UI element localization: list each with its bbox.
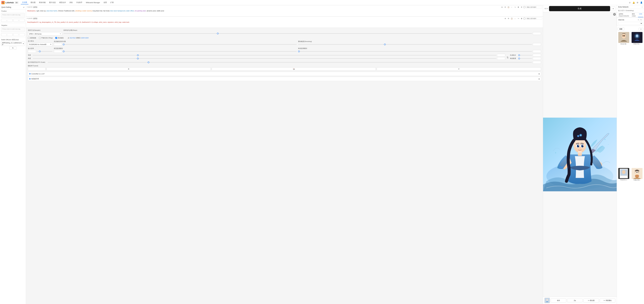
cfg-input[interactable]: 7 <box>533 61 541 64</box>
positive-tool-5[interactable]: ↪ <box>514 6 516 9</box>
negative-tag-btn-1[interactable]: ↓ <box>1 33 13 36</box>
template-clear-btn[interactable]: ✕ <box>638 19 639 21</box>
extra-sub-ckpt[interactable]: 模型(ckpt) <box>631 13 638 17</box>
positive-tool-6[interactable]: 🗑 <box>517 6 520 9</box>
height-slider[interactable] <box>33 58 496 59</box>
denoising-slider[interactable] <box>298 44 532 45</box>
tiling-input[interactable] <box>39 37 41 39</box>
negative-tool-3[interactable]: 📋 <box>510 17 513 20</box>
resize-h-slider[interactable] <box>298 51 532 52</box>
hires-checkbox[interactable]: 高清修复 <box>55 37 64 39</box>
denoising-input[interactable]: 0.37 <box>533 43 541 46</box>
interrupt-btn[interactable]: ✕ <box>611 7 615 11</box>
dynamic-prompt-header[interactable]: 动态提示词 ◀ <box>28 77 541 81</box>
user-icon[interactable]: 👤 <box>640 1 643 4</box>
positive-checkbox[interactable] <box>524 6 525 8</box>
wifi-icon[interactable]: ⊙ <box>628 1 631 4</box>
nav-item-tushengtu[interactable]: 图生图 <box>29 1 37 4</box>
template-dropdown[interactable] <box>618 22 642 25</box>
extra-refresh-button[interactable]: 刷新 <box>618 28 624 31</box>
lora-item-midjourney[interactable]: midjourney-... <box>631 32 643 167</box>
nav-item-czhan[interactable]: C站助手 <box>75 1 84 4</box>
positive-tag-btn-1[interactable]: ↓ <box>1 19 13 22</box>
negative-tool-1[interactable]: ⊕ <box>504 17 506 20</box>
controlnet-header[interactable]: ControlNet v1.1.227 ◀ <box>28 72 541 76</box>
face-restore-input[interactable] <box>28 37 30 39</box>
seed-more-btn[interactable]: ▼ <box>377 67 541 71</box>
height-input[interactable]: 512 <box>497 57 505 60</box>
hires-steps-input[interactable]: 0 <box>54 43 62 46</box>
face-restore-checkbox[interactable]: 面部修复 <box>28 37 36 39</box>
batch-count-slider[interactable] <box>518 55 532 56</box>
seed-random-btn[interactable]: 🎲 <box>212 67 376 71</box>
hires-input[interactable] <box>55 37 57 39</box>
positive-tag-input[interactable]: Press enter to add new tag <box>1 13 25 18</box>
positive-tool-3[interactable]: 📋 <box>507 6 510 9</box>
negative-checkbox[interactable] <box>524 18 525 20</box>
negative-tool-4[interactable]: ↕ <box>514 17 516 20</box>
scale-input[interactable]: 2 <box>28 50 36 53</box>
hires-steps-slider[interactable] <box>63 44 297 45</box>
cfg-slider[interactable] <box>48 62 532 63</box>
swap-dimensions-icon[interactable]: ⇅ <box>506 56 508 60</box>
positive-tool-7[interactable]: ⚙ <box>520 6 523 9</box>
nav-item-moxinghebing[interactable]: 模型合并 <box>58 1 67 4</box>
image-thumbnail[interactable] <box>544 298 550 303</box>
positive-prompt-text[interactable]: Masterpiece, 1girl, close up, wear blue … <box>26 9 543 17</box>
bell-icon[interactable]: 🔔 <box>632 1 635 4</box>
lora-item-polaroid[interactable]: Polaroid Lo... <box>618 168 630 303</box>
extra-tab-embedding[interactable]: 嵌入式(T.I. Embedding) <box>617 9 635 12</box>
nav-item-wenshengtu[interactable]: 文生图 <box>21 1 28 4</box>
negative-tag-input[interactable]: Press enter to add new tag <box>1 27 25 32</box>
negative-tool-6[interactable]: 🗑 <box>520 17 523 20</box>
negative-keyword-input[interactable] <box>526 17 542 20</box>
lora-item-filmgirl[interactable]: FilmGirl 胶... <box>618 32 630 167</box>
resize-w-input[interactable]: 0 <box>54 50 62 53</box>
batch-count-input[interactable]: 1 <box>533 54 541 57</box>
negative-tool-5[interactable]: ↪ <box>517 17 520 20</box>
steps-input[interactable]: 50 <box>533 32 541 35</box>
steps-slider[interactable] <box>64 33 532 34</box>
seed-recycle-btn[interactable]: ♻ <box>46 67 211 71</box>
generate-button[interactable]: 生成 <box>549 6 610 11</box>
positive-tool-2[interactable]: ⚙ <box>504 6 506 9</box>
upscale-select[interactable]: R-ESRGAN 4x+ Anime6B ▾ <box>28 43 52 46</box>
sampler-select[interactable]: DPM++ 2M Karras ▾ <box>28 32 62 36</box>
to-img2img-button[interactable]: >> 图生图 <box>584 298 599 302</box>
extra-sub-hypernetwork[interactable]: 超网络(Hypernetwork) <box>618 13 631 17</box>
seed-input[interactable]: 0 <box>28 67 46 71</box>
template-refresh-btn[interactable]: ↻ <box>640 18 642 21</box>
extra-sub-lora[interactable]: Lora <box>638 13 643 17</box>
extra-copy-btn[interactable]: □ <box>639 28 643 31</box>
model-select-dropdown[interactable]: AWPainting_v1.1.safetensors [e ▾ <box>1 41 25 46</box>
resize-w-slider[interactable] <box>63 51 297 52</box>
lora-item-cartoon[interactable]: 卡通证件照... <box>631 168 643 303</box>
negative-prompt-text[interactable]: EasyNegativeV2, ng_deepnegative_v1_75t, … <box>26 20 543 28</box>
extra-close-btn[interactable]: □ <box>642 6 643 8</box>
scale-slider[interactable] <box>37 51 52 52</box>
width-input[interactable]: 512 <box>497 54 505 57</box>
local-redraw-button[interactable]: >> 局部重绘 <box>600 298 615 302</box>
resize-h-input[interactable]: 0 <box>533 50 541 53</box>
negative-tool-2[interactable]: ⚙ <box>507 17 510 20</box>
positive-tool-4[interactable]: ↕ <box>510 6 513 9</box>
positive-tag-btn-2[interactable]: ↑ <box>13 19 25 22</box>
nav-item-kuozhan[interactable]: 扩展 <box>109 1 115 4</box>
save-button[interactable]: 保存 <box>551 298 566 302</box>
quick-setting-icon[interactable]: ⇄ <box>23 6 24 8</box>
settings-gear-icon[interactable]: ⚙ <box>636 1 639 4</box>
zip-button[interactable]: Zip <box>567 299 583 302</box>
width-slider[interactable] <box>33 55 496 56</box>
image-close-btn[interactable]: ✕ <box>613 13 616 16</box>
negative-tag-btn-2[interactable]: ↑ <box>13 33 25 36</box>
nav-item-tupianxinxi[interactable]: 图片信息 <box>48 1 57 4</box>
batch-size-input[interactable]: 1 <box>533 57 541 60</box>
nav-item-xunlian[interactable]: 训练 <box>68 1 74 4</box>
nav-item-wildcards[interactable]: Wildcards Manager <box>84 1 101 4</box>
batch-size-slider[interactable] <box>518 58 532 59</box>
positive-keyword-input[interactable] <box>526 6 542 8</box>
nav-item-shezhi[interactable]: 设置 <box>102 1 108 4</box>
positive-tool-1[interactable]: ⊕ <box>500 6 503 9</box>
tiling-checkbox[interactable]: 平铺/分块 (Tiling) <box>39 37 52 39</box>
nav-item-fujia[interactable]: 附加功能 <box>38 1 47 4</box>
